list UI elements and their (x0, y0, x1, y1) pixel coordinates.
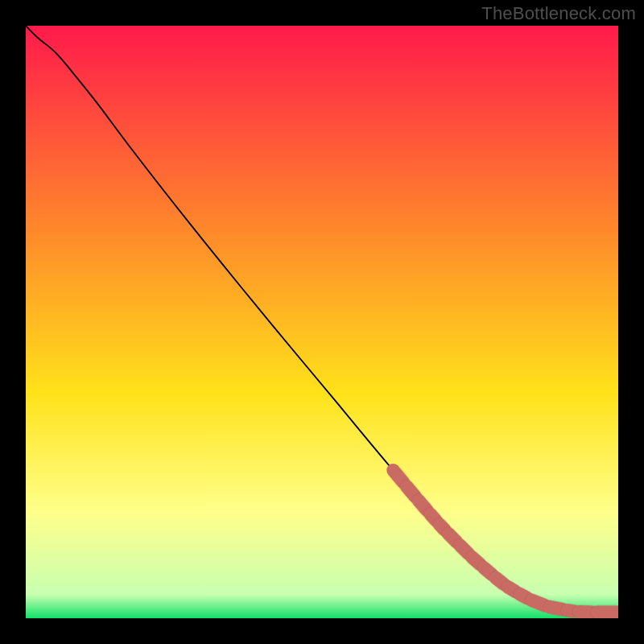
chart-stage: TheBottleneck.com (0, 0, 644, 644)
plot-background (26, 26, 618, 618)
gradient-rect (26, 26, 618, 618)
watermark-text: TheBottleneck.com (481, 3, 636, 24)
